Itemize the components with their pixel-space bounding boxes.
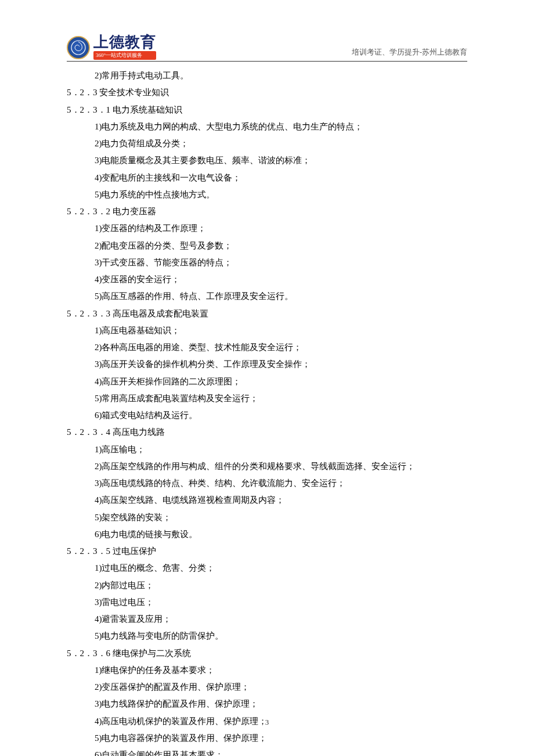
body-line: 4)高压开关柜操作回路的二次原理图；	[67, 373, 467, 390]
body-line: 5．2．3．2 电力变压器	[67, 203, 467, 220]
logo-spiral-icon	[70, 39, 86, 56]
body-line: 3)电力线路保护的配置及作用、保护原理；	[67, 696, 467, 712]
header-right-text: 培训考证、学历提升-苏州上德教育	[352, 47, 467, 60]
body-line: 5．2．3．5 过电压保护	[67, 543, 467, 560]
body-line: 4)变配电所的主接线和一次电气设备；	[67, 170, 467, 186]
body-line: 2)内部过电压；	[67, 577, 467, 594]
page-footer: 3	[0, 718, 534, 727]
body-line: 3)雷电过电压；	[67, 594, 467, 611]
document-page: 上德教育 360°一站式培训服务 培训考证、学历提升-苏州上德教育 2)常用手持…	[0, 0, 534, 756]
body-line: 6)自动重合闸的作用及基本要求；	[67, 747, 467, 756]
logo-icon	[67, 36, 90, 59]
body-line: 2)变压器保护的配置及作用、保护原理；	[67, 679, 467, 696]
body-line: 4)变压器的安全运行；	[67, 271, 467, 288]
body-line: 6)箱式变电站结构及运行。	[67, 407, 467, 424]
body-line: 5)电力系统的中性点接地方式。	[67, 186, 467, 203]
body-line: 4)避雷装置及应用；	[67, 611, 467, 628]
body-line: 1)继电保护的任务及基本要求；	[67, 662, 467, 679]
document-body: 2)常用手持式电动工具。5．2．3 安全技术专业知识5．2．3．1 电力系统基础…	[67, 67, 467, 756]
page-number: 3	[265, 718, 269, 726]
body-line: 5．2．3．1 电力系统基础知识	[67, 102, 467, 118]
logo-subtitle: 360°一站式培训服务	[93, 51, 156, 60]
body-line: 1)变压器的结构及工作原理；	[67, 220, 467, 237]
body-line: 2)电力负荷组成及分类；	[67, 135, 467, 152]
body-line: 1)电力系统及电力网的构成、大型电力系统的优点、电力生产的特点；	[67, 118, 467, 135]
body-line: 5)架空线路的安装；	[67, 509, 467, 526]
body-line: 5)常用高压成套配电装置结构及安全运行；	[67, 390, 467, 407]
body-line: 1)过电压的概念、危害、分类；	[67, 560, 467, 577]
body-line: 1)高压电器基础知识；	[67, 322, 467, 339]
body-line: 2)各种高压电器的用途、类型、技术性能及安全运行；	[67, 339, 467, 356]
body-line: 5．2．3 安全技术专业知识	[67, 84, 467, 101]
body-line: 5．2．3．3 高压电器及成套配电装置	[67, 305, 467, 322]
body-line: 3)电能质量概念及其主要参数电压、频率、谐波的标准；	[67, 152, 467, 169]
logo-text-block: 上德教育 360°一站式培训服务	[93, 35, 156, 60]
body-line: 5)电力线路与变电所的防雷保护。	[67, 628, 467, 645]
body-line: 5．2．3．6 继电保护与二次系统	[67, 645, 467, 662]
body-line: 1)高压输电；	[67, 441, 467, 458]
body-line: 3)干式变压器、节能变压器的特点；	[67, 254, 467, 271]
logo-title: 上德教育	[93, 35, 156, 50]
body-line: 5．2．3．4 高压电力线路	[67, 424, 467, 441]
body-line: 2)高压架空线路的作用与构成、组件的分类和规格要求、导线截面选择、安全运行；	[67, 458, 467, 475]
body-line: 3)高压开关设备的操作机构分类、工作原理及安全操作；	[67, 356, 467, 373]
svg-point-0	[71, 41, 85, 55]
body-line: 6)电力电缆的链接与敷设。	[67, 526, 467, 543]
body-line: 3)高压电缆线路的特点、种类、结构、允许载流能力、安全运行；	[67, 475, 467, 492]
page-header: 上德教育 360°一站式培训服务 培训考证、学历提升-苏州上德教育	[67, 35, 467, 62]
body-line: 5)电力电容器保护的装置及作用、保护原理；	[67, 730, 467, 747]
body-line: 5)高压互感器的作用、特点、工作原理及安全运行。	[67, 288, 467, 305]
body-line: 2)常用手持式电动工具。	[67, 67, 467, 84]
body-line: 4)高压架空线路、电缆线路巡视检查周期及内容；	[67, 492, 467, 509]
body-line: 2)配电变压器的分类、型号及参数；	[67, 237, 467, 254]
logo-block: 上德教育 360°一站式培训服务	[67, 35, 156, 60]
